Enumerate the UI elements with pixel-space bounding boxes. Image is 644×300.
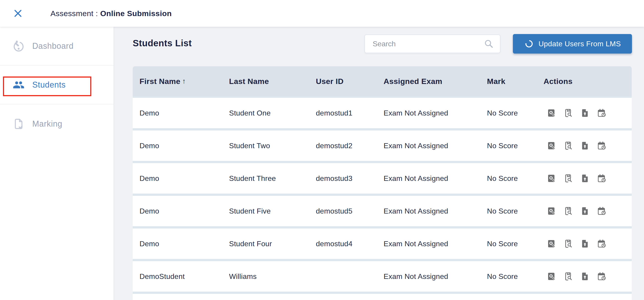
page-title: Students List	[133, 38, 192, 48]
view-submission-button[interactable]	[547, 108, 556, 118]
column-header-first-name[interactable]: First Name ↑	[140, 77, 229, 86]
cell-last-name: Williams	[229, 272, 316, 281]
cell-mark: No Score	[487, 109, 544, 117]
table-row: DemoStudent Williams Exam Not Assigned N…	[133, 261, 632, 292]
cell-user-id: demostud2	[316, 142, 384, 150]
table-row: Demo Student Three demostud3 Exam Not As…	[133, 163, 632, 194]
table-row: Demo Student Two demostud2 Exam Not Assi…	[133, 131, 632, 161]
document-search-icon	[547, 108, 556, 118]
book-search-icon	[564, 108, 573, 118]
view-marking-report-button[interactable]	[564, 206, 573, 216]
file-upload-icon	[580, 173, 590, 184]
x-icon	[13, 8, 23, 19]
book-search-icon	[564, 206, 573, 216]
view-marking-report-button[interactable]	[564, 173, 573, 184]
calendar-clock-icon	[597, 239, 606, 249]
column-header-last-name[interactable]: Last Name	[229, 77, 316, 86]
cell-first-name: Demo	[140, 240, 229, 248]
cell-assigned-exam: Exam Not Assigned	[384, 240, 487, 248]
cell-assigned-exam: Exam Not Assigned	[384, 109, 487, 117]
upload-submission-button[interactable]	[580, 141, 590, 151]
search-box	[364, 34, 500, 53]
schedule-exam-button[interactable]	[597, 108, 606, 118]
cell-first-name: DemoStudent	[140, 272, 229, 281]
upload-submission-button[interactable]	[580, 108, 590, 118]
view-submission-button[interactable]	[547, 173, 556, 184]
cell-user-id: demostud1	[316, 109, 384, 117]
cell-first-name: Demo	[140, 142, 229, 150]
view-submission-button[interactable]	[547, 206, 556, 216]
cell-actions	[544, 206, 632, 216]
people-icon	[13, 79, 24, 91]
update-users-label: Update Users From LMS	[538, 40, 621, 48]
table-header-row: First Name ↑ Last Name User ID Assigned …	[133, 66, 632, 96]
table-row: Demo Student One demostud1 Exam Not Assi…	[133, 98, 632, 128]
view-marking-report-button[interactable]	[564, 239, 573, 249]
column-header-mark[interactable]: Mark	[487, 77, 544, 86]
calendar-clock-icon	[597, 173, 606, 184]
close-button[interactable]	[13, 8, 23, 19]
sidebar-item-students[interactable]: Students	[0, 66, 114, 104]
calendar-clock-icon	[597, 141, 606, 151]
cell-mark: No Score	[487, 207, 544, 215]
upload-submission-button[interactable]	[580, 206, 590, 216]
cell-last-name: Student Four	[229, 240, 316, 248]
document-check-icon	[13, 118, 24, 130]
sidebar-item-marking[interactable]: Marking	[0, 104, 114, 143]
column-header-assigned-exam[interactable]: Assigned Exam	[384, 77, 487, 86]
cell-last-name: Student Three	[229, 174, 316, 183]
schedule-exam-button[interactable]	[597, 206, 606, 216]
cell-last-name: Student Five	[229, 207, 316, 215]
table-row: Demo Student Four demostud4 Exam Not Ass…	[133, 229, 632, 259]
sort-asc-icon: ↑	[182, 77, 186, 85]
search-icon	[484, 39, 494, 49]
page-header-title: Assessment :Online Submission	[50, 9, 172, 18]
sidebar-item-label: Students	[32, 80, 66, 90]
upload-submission-button[interactable]	[580, 239, 590, 249]
update-users-from-lms-button[interactable]: Update Users From LMS	[513, 34, 632, 54]
stopwatch-gauge-icon	[13, 40, 24, 52]
cell-last-name: Student Two	[229, 142, 316, 150]
app-header: Assessment :Online Submission	[0, 0, 644, 27]
file-upload-icon	[580, 206, 590, 216]
search-input[interactable]	[365, 35, 484, 53]
schedule-exam-button[interactable]	[597, 239, 606, 249]
cell-actions	[544, 108, 632, 118]
book-search-icon	[564, 141, 573, 151]
schedule-exam-button[interactable]	[597, 141, 606, 151]
book-search-icon	[564, 271, 573, 282]
cell-user-id: demostud3	[316, 174, 384, 183]
table-body: Demo Student One demostud1 Exam Not Assi…	[133, 96, 632, 300]
book-search-icon	[564, 239, 573, 249]
view-submission-button[interactable]	[547, 271, 556, 282]
cell-assigned-exam: Exam Not Assigned	[384, 174, 487, 183]
schedule-exam-button[interactable]	[597, 271, 606, 282]
column-header-user-id[interactable]: User ID	[316, 77, 384, 86]
cell-mark: No Score	[487, 272, 544, 281]
students-table: First Name ↑ Last Name User ID Assigned …	[133, 66, 632, 300]
cell-actions	[544, 239, 632, 249]
cell-user-id: demostud4	[316, 240, 384, 248]
view-submission-button[interactable]	[547, 141, 556, 151]
table-row: Demo Student Five demostud5 Exam Not Ass…	[133, 196, 632, 226]
refresh-icon	[524, 39, 534, 49]
view-submission-button[interactable]	[547, 239, 556, 249]
view-marking-report-button[interactable]	[564, 141, 573, 151]
cell-assigned-exam: Exam Not Assigned	[384, 142, 487, 150]
cell-mark: No Score	[487, 142, 544, 150]
cell-first-name: Demo	[140, 207, 229, 215]
sidebar-item-dashboard[interactable]: Dashboard	[0, 27, 114, 66]
main-content: Students List Update Users From LMS Firs…	[114, 27, 644, 300]
upload-submission-button[interactable]	[580, 271, 590, 282]
column-header-actions[interactable]: Actions	[544, 77, 632, 86]
calendar-clock-icon	[597, 206, 606, 216]
cell-mark: No Score	[487, 174, 544, 183]
cell-last-name: Student One	[229, 109, 316, 117]
view-marking-report-button[interactable]	[564, 108, 573, 118]
calendar-clock-icon	[597, 108, 606, 118]
schedule-exam-button[interactable]	[597, 173, 606, 184]
upload-submission-button[interactable]	[580, 173, 590, 184]
table-row-partial	[133, 294, 632, 300]
view-marking-report-button[interactable]	[564, 271, 573, 282]
cell-assigned-exam: Exam Not Assigned	[384, 272, 487, 281]
